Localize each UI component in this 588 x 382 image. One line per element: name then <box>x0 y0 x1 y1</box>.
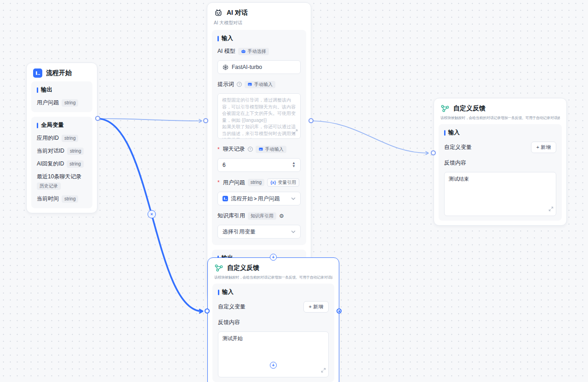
feedback-icon <box>440 104 450 113</box>
node-feedback-right[interactable]: 自定义反馈 该模块被触发时，会给当前的对话记录增加一条反馈。可用于自动记录对话效… <box>434 98 567 226</box>
help-icon[interactable]: ? <box>248 147 253 152</box>
manual-input-badge[interactable]: 手动输入 <box>256 146 286 153</box>
output-row-label: 用户问题 <box>37 99 59 107</box>
node-subtitle: AI 大模型对话 <box>214 20 304 26</box>
type-badge: string <box>62 195 78 203</box>
edge-delete-button[interactable]: × <box>148 210 156 218</box>
history-number-input[interactable]: ▲ ▼ <box>217 158 301 172</box>
flow-start-mini-icon <box>223 196 228 201</box>
question-label: 用户问题 <box>223 179 245 187</box>
input-mini-icon <box>247 82 252 87</box>
feedback-icon <box>214 263 223 273</box>
input-mini-icon <box>258 147 263 152</box>
workflow-canvas[interactable]: × 流程开始 输出 用户问题 string 全局变量 <box>0 0 588 382</box>
ai-chat-header: AI 对话 AI 大模型对话 <box>207 3 311 30</box>
custom-var-label: 自定义变量 <box>444 143 472 151</box>
handle-feedback-bottom-top[interactable]: + <box>270 254 277 261</box>
model-label: AI 模型 <box>217 47 235 55</box>
node-ai-chat[interactable]: AI 对话 AI 大模型对话 输入 AI 模型 手动选择 <box>207 2 311 298</box>
feedback-content-label: 反馈内容 <box>218 319 240 326</box>
question-source-select[interactable]: 流程开始 > 用户问题 <box>217 192 301 205</box>
edge-aichat-to-feedback-right[interactable] <box>311 121 428 153</box>
expand-icon[interactable] <box>293 128 298 136</box>
section-title: 输入 <box>222 288 234 296</box>
feedback-content-textarea[interactable]: 测试开始 <box>218 331 329 377</box>
node-subtitle: 该模块被触发时，会给当前的对话记录增加一条反馈。可用于自动记录对话效果等。 <box>214 275 332 280</box>
variable-ref-badge[interactable]: {x} 变量引用 <box>267 178 299 187</box>
handle-ai-chat-source[interactable] <box>308 118 314 123</box>
history-value-input[interactable] <box>223 162 292 168</box>
custom-var-label: 自定义变量 <box>218 303 245 311</box>
feedback-content-textarea[interactable]: 测试结束 <box>444 172 556 216</box>
model-select[interactable]: FastAI-turbo <box>217 60 301 74</box>
section-accent-bar <box>218 290 219 295</box>
type-badge: 历史记录 <box>37 182 61 190</box>
section-title: 全局变量 <box>41 121 64 129</box>
variable-ref-icon: {x} <box>270 180 276 185</box>
handle-feedback-bottom-target[interactable] <box>205 308 210 314</box>
feedback-content-label: 反馈内容 <box>444 159 466 167</box>
number-stepper[interactable]: ▲ ▼ <box>292 162 296 168</box>
section-title: 输入 <box>448 129 460 137</box>
kb-label: 知识库引用 <box>217 212 245 220</box>
chevron-down-icon <box>291 197 296 200</box>
type-badge: string <box>62 135 78 142</box>
add-variable-button[interactable]: + 新增 <box>531 142 556 153</box>
node-title: 自定义反馈 <box>227 264 259 272</box>
manual-input-badge[interactable]: 手动输入 <box>245 81 275 88</box>
global-var-label: 当前对话ID <box>37 147 64 155</box>
section-accent-bar <box>217 36 219 41</box>
handle-ai-chat-target[interactable] <box>203 118 208 123</box>
flow-start-global-section: 全局变量 应用的ID string 当前对话ID string AI回复的ID … <box>31 117 92 208</box>
global-var-label: 最近10条聊天记录 <box>37 173 81 181</box>
section-accent-bar <box>37 87 38 93</box>
question-source: 流程开始 <box>231 195 253 203</box>
type-badge: string <box>248 179 264 186</box>
handle-feedback-bottom-bottom[interactable]: + <box>270 362 277 369</box>
node-flow-start[interactable]: 流程开始 输出 用户问题 string 全局变量 应用的ID string <box>26 63 97 213</box>
prompt-textarea[interactable] <box>217 93 301 139</box>
type-badge: string <box>67 148 84 155</box>
add-variable-button[interactable]: + 新增 <box>303 301 329 313</box>
expand-icon[interactable] <box>548 205 554 213</box>
model-value: FastAI-turbo <box>232 64 296 70</box>
flow-start-header: 流程开始 <box>27 63 97 81</box>
section-title: 输入 <box>222 34 233 42</box>
handle-flow-start-source[interactable] <box>95 116 100 121</box>
required-asterisk: * <box>217 179 220 186</box>
type-badge: string <box>62 99 78 107</box>
chevron-right-icon: > <box>254 196 257 201</box>
chevron-down-icon <box>291 230 296 234</box>
prompt-label: 提示词 <box>217 80 234 88</box>
feedback-bottom-header: 自定义反馈 该模块被触发时，会给当前的对话记录增加一条反馈。可用于自动记录对话效… <box>208 258 339 284</box>
manual-select-badge[interactable]: 手动选择 <box>238 48 269 55</box>
help-icon[interactable]: ? <box>237 82 242 87</box>
required-asterisk: * <box>217 146 220 153</box>
handle-feedback-bottom-source[interactable] <box>337 308 342 314</box>
kb-select[interactable]: 选择引用变量 <box>217 225 301 239</box>
node-subtitle: 该模块被触发时，会给当前的对话记录增加一条反馈。可用于自动记录对话效果等。 <box>440 115 560 120</box>
type-badge: string <box>67 160 83 168</box>
handle-feedback-right-target[interactable] <box>431 150 436 155</box>
expand-icon[interactable] <box>321 366 326 375</box>
model-provider-icon <box>223 64 228 70</box>
edge-flowstart-to-aichat[interactable] <box>97 119 201 121</box>
section-accent-bar <box>444 130 445 136</box>
flow-start-output-section: 输出 用户问题 string <box>31 81 92 112</box>
node-title: 自定义反馈 <box>453 104 485 113</box>
stepper-down-icon[interactable]: ▼ <box>292 165 296 168</box>
global-var-label: AI回复的ID <box>37 160 64 168</box>
global-var-label: 当前时间 <box>37 195 59 203</box>
ai-chat-input-section: 输入 AI 模型 手动选择 FastAI-turbo <box>212 30 306 245</box>
gear-icon[interactable]: ⚙ <box>279 213 284 219</box>
kb-type-badge: 知识库引用 <box>248 212 276 220</box>
feedback-right-input-section: 输入 自定义变量 + 新增 反馈内容 测试结束 <box>439 124 562 221</box>
history-label: 聊天记录 <box>223 145 245 153</box>
question-field: 用户问题 <box>257 195 291 203</box>
global-var-label: 应用的ID <box>37 134 59 142</box>
kb-placeholder: 选择引用变量 <box>223 228 291 236</box>
feedback-right-header: 自定义反馈 该模块被触发时，会给当前的对话记录增加一条反馈。可用于自动记录对话效… <box>434 98 566 124</box>
robot-mini-icon <box>241 49 246 54</box>
node-title: 流程开始 <box>46 69 72 77</box>
robot-icon <box>214 8 223 17</box>
